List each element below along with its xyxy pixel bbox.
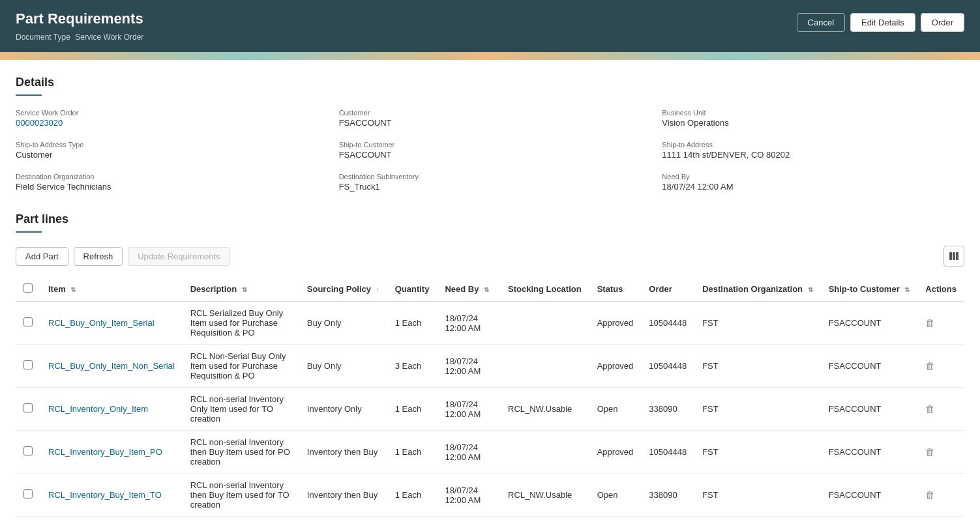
row-ship-to-customer: FSACCOUNT bbox=[821, 474, 918, 517]
row-destination-org: FST bbox=[694, 431, 820, 474]
delete-row-button[interactable]: 🗑 bbox=[925, 403, 935, 414]
col-ship-to-customer[interactable]: Ship-to Customer ⇅ bbox=[821, 277, 918, 302]
row-checkbox-cell[interactable] bbox=[16, 302, 40, 345]
detail-label-swo: Service Work Order bbox=[16, 109, 318, 117]
row-order: 338090 bbox=[641, 388, 694, 431]
row-checkbox[interactable] bbox=[23, 360, 33, 369]
detail-value-sta: 1111 14th st/DENVER, CO 80202 bbox=[662, 150, 964, 160]
row-destination-org: FST bbox=[694, 474, 820, 517]
row-checkbox-cell[interactable] bbox=[16, 517, 40, 521]
row-order: 10504448 bbox=[641, 431, 694, 474]
row-item: RCL_Inventory_Only_Item bbox=[40, 388, 183, 431]
page-title: Part Requirements bbox=[16, 10, 146, 27]
row-ship-to-customer: FSACCOUNT bbox=[821, 345, 918, 388]
item-link[interactable]: RCL_Buy_Only_Item_Non_Serial bbox=[48, 361, 175, 371]
delete-row-button[interactable]: 🗑 bbox=[925, 317, 935, 328]
item-link[interactable]: RCL_Buy_Only_Item_Serial bbox=[48, 318, 155, 328]
detail-label-customer: Customer bbox=[339, 109, 642, 117]
detail-label-ds: Destination Subinventory bbox=[339, 173, 642, 181]
order-button[interactable]: Order bbox=[921, 13, 964, 32]
table-row: RCL_Buy_Only_Item_Non_Serial RCL Non-Ser… bbox=[16, 345, 964, 388]
detail-value-nb: 18/07/24 12:00 AM bbox=[662, 182, 964, 192]
decorative-banner bbox=[0, 52, 980, 60]
row-checkbox-cell[interactable] bbox=[16, 345, 40, 388]
select-all-checkbox[interactable] bbox=[23, 283, 33, 293]
row-sourcing-policy: Inventory Only bbox=[299, 388, 387, 431]
row-sourcing-policy: Buy Only bbox=[299, 302, 387, 345]
col-stocking-location: Stocking Location bbox=[500, 277, 589, 302]
row-checkbox-cell[interactable] bbox=[16, 474, 40, 517]
row-quantity: 1 Each bbox=[387, 474, 438, 517]
row-sourcing-policy: Buy Only bbox=[299, 345, 387, 388]
refresh-button[interactable]: Refresh bbox=[74, 247, 123, 266]
row-checkbox[interactable] bbox=[23, 446, 33, 455]
col-destination-org[interactable]: Destination Organization ⇅ bbox=[694, 277, 820, 302]
row-ship-to-customer: FSACCOUNT bbox=[821, 388, 918, 431]
row-checkbox[interactable] bbox=[23, 403, 33, 412]
row-ship-to-customer: FSACCOUNT bbox=[821, 517, 918, 521]
table-row: RCL_AS54888 RCL_AS54888_Desc 1 Each 18/0… bbox=[16, 517, 964, 521]
row-need-by: 18/07/24 12:00 AM bbox=[437, 517, 500, 521]
detail-customer: Customer FSACCOUNT bbox=[339, 109, 642, 128]
details-title: Details bbox=[16, 76, 964, 89]
row-checkbox-cell[interactable] bbox=[16, 388, 40, 431]
row-status: Reserved bbox=[589, 517, 642, 521]
part-lines-table: Item ⇅ Description ⇅ Sourcing Policy ↑ Q… bbox=[16, 277, 964, 520]
row-ship-to-customer: FSACCOUNT bbox=[821, 302, 918, 345]
detail-need-by: Need By 18/07/24 12:00 AM bbox=[662, 173, 964, 192]
row-description: RCL non-serial Inventory then Buy Item u… bbox=[183, 431, 299, 474]
update-requirements-button[interactable]: Update Requirements bbox=[128, 247, 230, 266]
columns-toggle-button[interactable] bbox=[943, 246, 964, 267]
row-actions: 🗑 bbox=[917, 474, 964, 517]
detail-ship-to-address: Ship-to Address 1111 14th st/DENVER, CO … bbox=[662, 141, 964, 160]
detail-label-do: Destination Organization bbox=[16, 173, 318, 181]
row-sourcing-policy: Inventory then Buy bbox=[299, 474, 387, 517]
row-need-by: 18/07/24 12:00 AM bbox=[437, 431, 500, 474]
header-left: Part Requirements Document Type Service … bbox=[16, 10, 146, 42]
delete-row-button[interactable]: 🗑 bbox=[925, 446, 935, 457]
delete-row-button[interactable]: 🗑 bbox=[925, 360, 935, 371]
detail-label-nb: Need By bbox=[662, 173, 964, 181]
row-actions: 🗑 bbox=[917, 431, 964, 474]
detail-value-stc: FSACCOUNT bbox=[339, 150, 642, 160]
row-destination-org: FST bbox=[694, 388, 820, 431]
select-all-header[interactable] bbox=[16, 277, 40, 302]
row-quantity: 3 Each bbox=[387, 345, 438, 388]
item-link[interactable]: RCL_Inventory_Only_Item bbox=[48, 404, 148, 414]
col-need-by[interactable]: Need By ⇅ bbox=[437, 277, 500, 302]
detail-destination-org: Destination Organization Field Service T… bbox=[16, 173, 318, 192]
row-destination-org: FST bbox=[694, 302, 820, 345]
details-section: Details Service Work Order 0000023020 Cu… bbox=[16, 76, 964, 192]
delete-row-button[interactable]: 🗑 bbox=[925, 489, 935, 500]
cancel-button[interactable]: Cancel bbox=[797, 13, 845, 32]
col-quantity: Quantity bbox=[387, 277, 438, 302]
row-actions: 🗑 bbox=[917, 517, 964, 521]
col-description[interactable]: Description ⇅ bbox=[183, 277, 299, 302]
table-body: RCL_Buy_Only_Item_Serial RCL Serialized … bbox=[16, 302, 964, 521]
row-stocking-location: RCL_NW.Usable bbox=[500, 474, 589, 517]
details-divider bbox=[16, 94, 42, 96]
row-checkbox[interactable] bbox=[23, 317, 33, 326]
row-checkbox[interactable] bbox=[23, 489, 33, 498]
table-row: RCL_Inventory_Buy_Item_TO RCL non-serial… bbox=[16, 474, 964, 517]
col-item[interactable]: Item ⇅ bbox=[40, 277, 183, 302]
table-row: RCL_Inventory_Buy_Item_PO RCL non-serial… bbox=[16, 431, 964, 474]
part-lines-divider bbox=[16, 231, 42, 233]
part-lines-table-wrapper: Item ⇅ Description ⇅ Sourcing Policy ↑ Q… bbox=[16, 277, 964, 520]
row-checkbox-cell[interactable] bbox=[16, 431, 40, 474]
row-status: Approved bbox=[589, 431, 642, 474]
table-row: RCL_Inventory_Only_Item RCL non-serial I… bbox=[16, 388, 964, 431]
doc-type-label: Document Type bbox=[16, 33, 70, 42]
detail-label-stat: Ship-to Address Type bbox=[16, 141, 318, 149]
edit-details-button[interactable]: Edit Details bbox=[850, 13, 915, 32]
detail-label-bu: Business Unit bbox=[662, 109, 964, 117]
detail-value-bu: Vision Operations bbox=[662, 118, 964, 128]
header-actions: Cancel Edit Details Order bbox=[797, 10, 964, 32]
item-link[interactable]: RCL_Inventory_Buy_Item_PO bbox=[48, 447, 162, 457]
row-description: RCL Serialized Buy Only Item used for Pu… bbox=[183, 302, 299, 345]
detail-value-do: Field Service Technicians bbox=[16, 182, 318, 192]
col-sourcing-policy[interactable]: Sourcing Policy ↑ bbox=[299, 277, 387, 302]
add-part-button[interactable]: Add Part bbox=[16, 247, 68, 266]
detail-value-swo[interactable]: 0000023020 bbox=[16, 118, 63, 128]
item-link[interactable]: RCL_Inventory_Buy_Item_TO bbox=[48, 490, 162, 500]
